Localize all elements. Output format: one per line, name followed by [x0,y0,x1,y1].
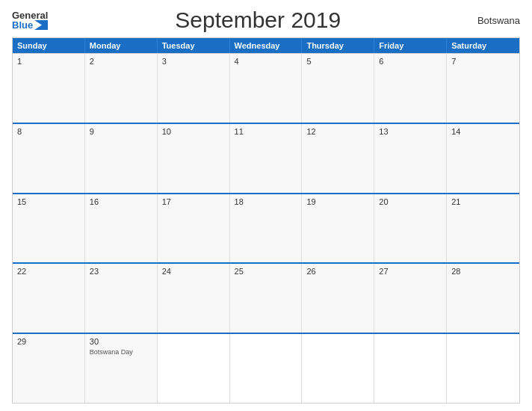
day-empty-4 [374,334,447,403]
logo-flag-icon [34,20,48,30]
day-1: 1 [13,54,85,123]
calendar: Sunday Monday Tuesday Wednesday Thursday… [12,37,520,404]
header-wednesday: Wednesday [230,38,303,53]
header-monday: Monday [85,38,158,53]
day-9: 9 [85,124,158,193]
botswana-day-label: Botswana Day [90,348,133,356]
day-17: 17 [158,194,230,263]
day-29: 29 [13,334,85,403]
day-empty-2 [230,334,303,403]
day-headers-row: Sunday Monday Tuesday Wednesday Thursday… [13,38,519,53]
day-16: 16 [85,194,158,263]
day-8: 8 [13,124,85,193]
day-25: 25 [230,264,303,333]
header: General Blue September 2019 Botswana [12,7,520,33]
day-6: 6 [374,54,447,123]
day-22: 22 [13,264,85,333]
day-14: 14 [447,124,519,193]
header-sunday: Sunday [13,38,85,53]
day-3: 3 [158,54,230,123]
week-row-5: 29 30 Botswana Day [13,333,519,403]
calendar-weeks: 1 2 3 4 5 6 7 8 9 10 11 12 13 14 15 [13,53,519,403]
day-13: 13 [374,124,447,193]
day-15: 15 [13,194,85,263]
header-saturday: Saturday [447,38,519,53]
day-23: 23 [85,264,158,333]
day-26: 26 [302,264,374,333]
page: General Blue September 2019 Botswana Sun… [0,0,532,411]
day-empty-5 [447,334,519,403]
logo: General Blue [12,10,48,30]
logo-blue-text: Blue [12,20,48,30]
day-7: 7 [447,54,519,123]
day-20: 20 [374,194,447,263]
calendar-title: September 2019 [48,7,468,33]
country-label: Botswana [468,15,520,26]
header-friday: Friday [374,38,447,53]
day-28: 28 [447,264,519,333]
day-empty-3 [302,334,374,403]
day-2: 2 [85,54,158,123]
day-10: 10 [158,124,230,193]
day-19: 19 [302,194,374,263]
day-4: 4 [230,54,303,123]
day-18: 18 [230,194,303,263]
day-11: 11 [230,124,303,193]
day-24: 24 [158,264,230,333]
week-row-3: 15 16 17 18 19 20 21 [13,193,519,263]
week-row-2: 8 9 10 11 12 13 14 [13,123,519,193]
header-thursday: Thursday [302,38,374,53]
day-12: 12 [302,124,374,193]
day-21: 21 [447,194,519,263]
week-row-4: 22 23 24 25 26 27 28 [13,262,519,333]
day-empty-1 [158,334,230,403]
week-row-1: 1 2 3 4 5 6 7 [13,53,519,123]
header-tuesday: Tuesday [158,38,230,53]
day-5: 5 [302,54,374,123]
day-30: 30 Botswana Day [85,334,158,403]
day-27: 27 [374,264,447,333]
